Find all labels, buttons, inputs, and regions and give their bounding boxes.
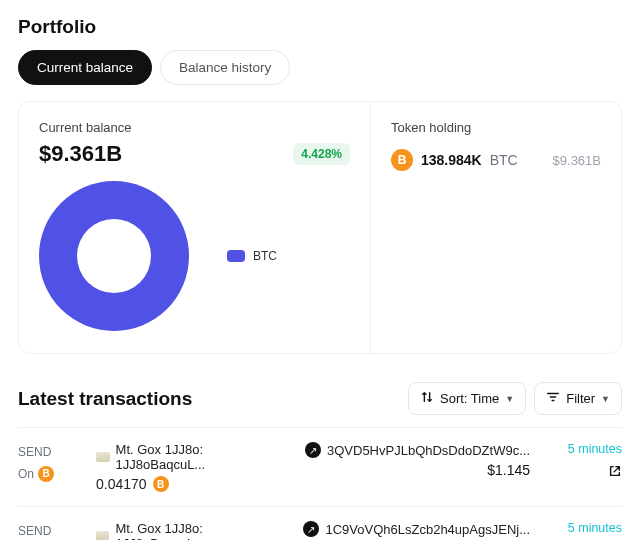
tx-from: Mt. Gox 1JJ8o: 1JJ8oBaqcuL... [116, 442, 291, 472]
tx-from: Mt. Gox 1JJ8o: 1JJ8oBaqcuL... [115, 521, 289, 540]
tabs: Current balance Balance history [18, 50, 622, 85]
holding-usd: $9.361B [553, 153, 601, 168]
bitcoin-icon: B [153, 476, 169, 492]
tx-time: 5 minutes [544, 442, 622, 456]
filter-label: Filter [566, 391, 595, 406]
tx-to: 1C9VoVQh6LsZcb2h4upAgsJENj... [325, 522, 530, 537]
filter-icon [546, 390, 560, 407]
bitcoin-icon: B [391, 149, 413, 171]
tab-current-balance[interactable]: Current balance [18, 50, 152, 85]
arrow-out-icon: ↗ [305, 442, 321, 458]
tx-time: 5 minutes [544, 521, 622, 535]
balance-value: $9.361B [39, 141, 122, 167]
tab-balance-history[interactable]: Balance history [160, 50, 290, 85]
legend-label-btc: BTC [253, 249, 277, 263]
filter-button[interactable]: Filter ▼ [534, 382, 622, 415]
portfolio-card: Current balance $9.361B 4.428% BTC Token… [18, 101, 622, 354]
holding-symbol: BTC [490, 152, 518, 168]
chart-legend: BTC [227, 249, 277, 263]
transactions-title: Latest transactions [18, 388, 192, 410]
tx-type: SEND [18, 521, 82, 540]
tx-usd: $1.145 [305, 462, 530, 478]
holding-amount: 138.984K [421, 152, 482, 168]
transactions-controls: Sort: Time ▼ Filter ▼ [408, 382, 622, 415]
transaction-row[interactable]: SEND On B Mt. Gox 1JJ8o: 1JJ8oBaqcuL... … [18, 427, 622, 506]
sort-label: Sort: Time [440, 391, 499, 406]
chevron-down-icon: ▼ [601, 394, 610, 404]
external-link-icon[interactable] [608, 464, 622, 478]
chevron-down-icon: ▼ [505, 394, 514, 404]
page-title: Portfolio [18, 16, 622, 38]
legend-swatch-btc [227, 250, 245, 262]
tx-on-label: On [18, 464, 34, 484]
transaction-row[interactable]: SEND On B Mt. Gox 1JJ8o: 1JJ8oBaqcuL... … [18, 506, 622, 540]
bitcoin-icon: B [38, 466, 54, 482]
balance-label: Current balance [39, 120, 350, 135]
tx-to: 3QVD5HvPJLbQhDsDdoDZtW9c... [327, 443, 530, 458]
tx-amount: 0.04170 [96, 476, 147, 492]
donut-chart [39, 181, 189, 331]
holding-row[interactable]: B 138.984K BTC $9.361B [391, 149, 601, 171]
tx-type: SEND [18, 442, 82, 462]
balance-change-badge: 4.428% [293, 143, 350, 165]
balance-panel: Current balance $9.361B 4.428% BTC [19, 102, 371, 353]
transactions-list: SEND On B Mt. Gox 1JJ8o: 1JJ8oBaqcuL... … [18, 427, 622, 540]
wallet-tag-icon [96, 531, 109, 540]
wallet-tag-icon [96, 452, 110, 462]
arrow-out-icon: ↗ [303, 521, 319, 537]
holdings-panel: Token holding B 138.984K BTC $9.361B [371, 102, 621, 353]
holdings-label: Token holding [391, 120, 601, 135]
sort-button[interactable]: Sort: Time ▼ [408, 382, 526, 415]
sort-icon [420, 390, 434, 407]
